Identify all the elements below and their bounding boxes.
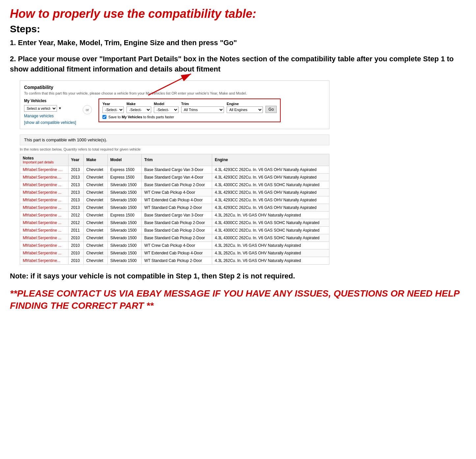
- engine-field-group: Engine All Engines: [227, 102, 263, 113]
- model-field-group: Model -Select-: [154, 102, 179, 113]
- table-row: 4.3L 4300CC 262Cu. In. V6 GAS SOHC Natur…: [212, 219, 329, 226]
- th-notes: Notes Important part details: [20, 154, 69, 166]
- svg-line-1: [148, 74, 191, 95]
- table-row-notes: Mfrlabel:Serpentine ...: [20, 196, 69, 204]
- table-row: WT Extended Cab Pickup 4-Door: [141, 196, 212, 204]
- table-row: 2013: [68, 188, 83, 196]
- save-checkbox[interactable]: [102, 115, 106, 119]
- trim-field-group: Trim All Trims: [181, 102, 224, 113]
- trim-select[interactable]: All Trims: [181, 106, 224, 113]
- or-divider: or: [83, 105, 92, 114]
- th-engine: Engine: [212, 154, 329, 166]
- select-vehicle-dropdown[interactable]: Select a vehicle: [24, 105, 57, 112]
- table-row: Silverado 1500: [107, 188, 141, 196]
- table-row: Base Standard Cargo Van 3-Door: [141, 211, 212, 219]
- table-row: Chevrolet: [84, 173, 108, 181]
- model-select[interactable]: -Select-: [154, 106, 179, 113]
- table-row: Silverado 1500: [107, 181, 141, 188]
- table-row: 2013: [68, 196, 83, 204]
- table-row: 2012: [68, 211, 83, 219]
- table-row: 4.3L 4293CC 262Cu. In. V6 GAS OHV Natura…: [212, 166, 329, 173]
- go-button[interactable]: Go: [266, 106, 277, 113]
- table-row: 4.3L 4293CC 262Cu. In. V6 GAS OHV Natura…: [212, 188, 329, 196]
- table-row-notes: Mfrlabel:Serpentine ...: [20, 204, 69, 211]
- table-row: 2010: [68, 257, 83, 264]
- table-row-notes: Mfrlabel:Serpentine ...: [20, 181, 69, 188]
- my-vehicles-section: My Vehicles Select a vehicle ▼ Manage ve…: [24, 99, 76, 125]
- table-row: 2010: [68, 234, 83, 242]
- table-row: WT Crew Cab Pickup 4-Door: [141, 188, 212, 196]
- compat-note: In the notes section below, Quantity ref…: [20, 147, 329, 151]
- table-row: Chevrolet: [84, 188, 108, 196]
- note-text: Note: if it says your vehicle is not com…: [10, 271, 466, 281]
- table-row: Chevrolet: [84, 166, 108, 173]
- main-title: How to properly use the compatibility ta…: [10, 7, 466, 21]
- year-field-group: Year -Select-: [102, 102, 124, 113]
- table-row: Chevrolet: [84, 219, 108, 226]
- table-row: Silverado 1500: [107, 249, 141, 257]
- table-row: 2012: [68, 219, 83, 226]
- table-row: 2010: [68, 249, 83, 257]
- table-row-notes: Mfrlabel:Serpentine ...: [20, 234, 69, 242]
- model-label: Model: [154, 102, 179, 106]
- table-row: Express 1500: [107, 173, 141, 181]
- table-row: 4.3L 4293CC 262Cu. In. V6 GAS OHV Natura…: [212, 173, 329, 181]
- th-model: Model: [107, 154, 141, 166]
- table-row: Silverado 1500: [107, 196, 141, 204]
- table-row: Silverado 1500: [107, 219, 141, 226]
- table-row-notes: Mfrlabel:Serpentine ....: [20, 166, 69, 173]
- th-make: Make: [84, 154, 108, 166]
- contact-text: **PLEASE CONTACT US VIA EBAY MESSAGE IF …: [10, 288, 466, 312]
- compat-info-bar: This part is compatible with 1000 vehicl…: [20, 134, 329, 145]
- table-row-notes: Mfrlabel:Serpentine ...: [20, 211, 69, 219]
- table-row: 4.3L 262Cu. In. V6 GAS OHV Naturally Asp…: [212, 257, 329, 264]
- table-row: WT Crew Cab Pickup 4-Door: [141, 242, 212, 249]
- table-row-notes: Mfrlabel:Serpentine....: [20, 173, 69, 181]
- table-row: Base Standard Cab Pickup 2-Door: [141, 181, 212, 188]
- table-row: 4.3L 4300CC 262Cu. In. V6 GAS SOHC Natur…: [212, 181, 329, 188]
- table-row: 4.3L 4293CC 262Cu. In. V6 GAS OHV Natura…: [212, 204, 329, 211]
- trim-label: Trim: [181, 102, 224, 106]
- steps-title: Steps:: [10, 23, 466, 35]
- table-row: Express 1500: [107, 166, 141, 173]
- table-row-notes: Mfrlabel:Serpentine ...: [20, 188, 69, 196]
- make-select[interactable]: -Select-: [126, 106, 151, 113]
- dropdown-arrow-icon: ▼: [58, 106, 62, 110]
- table-row: Silverado 1500: [107, 234, 141, 242]
- table-row-notes: Mfrlabel:Serpentine ...: [20, 249, 69, 257]
- my-vehicles-label: My Vehicles: [24, 99, 76, 103]
- table-row: Silverado 1500: [107, 204, 141, 211]
- table-row: Chevrolet: [84, 226, 108, 234]
- th-year: Year: [68, 154, 83, 166]
- manage-vehicles-link[interactable]: Manage vehicles: [24, 114, 76, 118]
- table-row: Silverado 1500: [107, 226, 141, 234]
- arrow-diagram: [128, 71, 227, 97]
- table-row: 2013: [68, 173, 83, 181]
- table-row: Chevrolet: [84, 242, 108, 249]
- table-row: Silverado 1500: [107, 257, 141, 264]
- table-row: Chevrolet: [84, 196, 108, 204]
- table-row: WT Standard Cab Pickup 2-Door: [141, 204, 212, 211]
- table-row: Base Standard Cab Pickup 2-Door: [141, 219, 212, 226]
- table-row: 4.3L 262Cu. In. V6 GAS OHV Naturally Asp…: [212, 211, 329, 219]
- table-row-notes: Mfrlabel:Serpentine ...: [20, 219, 69, 226]
- table-row: Chevrolet: [84, 249, 108, 257]
- table-row: Chevrolet: [84, 211, 108, 219]
- table-row: Chevrolet: [84, 204, 108, 211]
- table-row-notes: Mfrlabel:Serpentine ...: [20, 226, 69, 234]
- step1-text: 1. Enter Year, Make, Model, Trim, Engine…: [10, 38, 466, 48]
- table-row: Base Standard Cab Pickup 2-Door: [141, 234, 212, 242]
- show-all-link[interactable]: [show all compatible vehicles]: [24, 120, 76, 125]
- table-row: 4.3L 4300CC 262Cu. In. V6 GAS SOHC Natur…: [212, 234, 329, 242]
- engine-select[interactable]: All Engines: [227, 106, 263, 113]
- table-row: 2013: [68, 204, 83, 211]
- table-row: 4.3L 4300CC 262Cu. In. V6 GAS SOHC Natur…: [212, 226, 329, 234]
- table-row: Silverado 1500: [107, 242, 141, 249]
- compatibility-table: Notes Important part details Year Make M…: [20, 154, 329, 265]
- table-row: Express 1500: [107, 211, 141, 219]
- make-label: Make: [126, 102, 151, 106]
- table-row: 2010: [68, 242, 83, 249]
- table-row: Chevrolet: [84, 181, 108, 188]
- table-row-notes: Mfrlabel:Serpentine...: [20, 257, 69, 264]
- year-select[interactable]: -Select-: [102, 106, 124, 113]
